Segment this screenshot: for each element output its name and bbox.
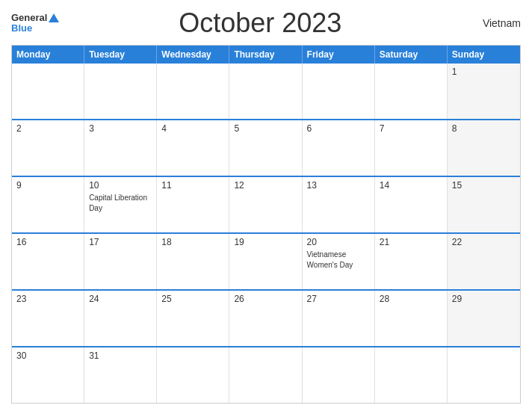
- calendar-cell: 2: [12, 120, 84, 176]
- day-number: 11: [161, 180, 224, 191]
- day-number: 21: [380, 237, 442, 247]
- calendar-cell: 26: [229, 291, 302, 346]
- day-number: 27: [307, 294, 370, 304]
- calendar-cell: [303, 64, 375, 119]
- weekday-header: Friday: [303, 46, 375, 64]
- day-number: 14: [380, 180, 442, 191]
- day-number: 23: [16, 294, 79, 304]
- country-label: Vietnam: [461, 17, 521, 29]
- calendar-cell: [375, 347, 448, 403]
- calendar-cell: [229, 64, 302, 119]
- day-number: 19: [234, 237, 297, 247]
- day-number: 26: [234, 294, 297, 304]
- calendar-cell: 25: [157, 291, 229, 346]
- calendar-cell: 31: [84, 347, 157, 403]
- day-number: 16: [16, 237, 79, 247]
- page-header: General Blue October 2023 Vietnam: [11, 7, 521, 39]
- day-number: 8: [452, 123, 516, 134]
- calendar-cell: 28: [375, 291, 448, 346]
- calendar-cell: [12, 64, 84, 119]
- weekday-header: Thursday: [229, 46, 302, 64]
- calendar-cell: 20Vietnamese Women's Day: [303, 234, 375, 289]
- day-number: 1: [452, 67, 516, 77]
- calendar-cell: 9: [12, 177, 84, 232]
- calendar-header: MondayTuesdayWednesdayThursdayFridaySatu…: [12, 46, 520, 64]
- calendar-cell: 12: [229, 177, 302, 232]
- calendar-cell: 27: [303, 291, 375, 346]
- calendar-row: 1617181920Vietnamese Women's Day2122: [12, 232, 520, 289]
- weekday-header: Saturday: [375, 46, 448, 64]
- day-number: 22: [452, 237, 516, 247]
- day-number: 17: [89, 237, 152, 247]
- calendar-cell: 22: [448, 234, 520, 289]
- day-number: 25: [161, 294, 224, 304]
- day-number: 12: [234, 180, 297, 191]
- calendar-row: 1: [12, 64, 520, 119]
- day-number: 3: [89, 123, 152, 134]
- logo-general-text: General: [11, 13, 47, 23]
- weekday-header: Sunday: [448, 46, 520, 64]
- day-number: 20: [307, 237, 370, 247]
- calendar-row: 3031: [12, 346, 520, 403]
- calendar-row: 910Capital Liberation Day1112131415: [12, 176, 520, 232]
- calendar-cell: 8: [448, 120, 520, 176]
- calendar-cell: 4: [157, 120, 229, 176]
- weekday-header: Tuesday: [84, 46, 157, 64]
- calendar-row: 23242526272829: [12, 289, 520, 346]
- calendar-cell: [157, 347, 229, 403]
- weekday-header: Wednesday: [157, 46, 229, 64]
- day-number: 24: [89, 294, 152, 304]
- calendar-cell: 23: [12, 291, 84, 346]
- day-number: 28: [380, 294, 442, 304]
- day-number: 29: [452, 294, 516, 304]
- calendar-cell: 10Capital Liberation Day: [84, 177, 157, 232]
- day-number: 4: [161, 123, 224, 134]
- calendar-cell: 14: [375, 177, 448, 232]
- day-number: 2: [16, 123, 79, 134]
- logo: General Blue: [11, 13, 59, 34]
- logo-triangle-icon: [49, 13, 59, 22]
- logo-blue-text: Blue: [11, 23, 32, 34]
- calendar-cell: 7: [375, 120, 448, 176]
- weekday-header: Monday: [12, 46, 84, 64]
- calendar-cell: 1: [448, 64, 520, 119]
- day-number: 30: [16, 350, 79, 361]
- calendar: MondayTuesdayWednesdayThursdayFridaySatu…: [11, 45, 521, 404]
- calendar-cell: 29: [448, 291, 520, 346]
- calendar-cell: 5: [229, 120, 302, 176]
- calendar-body: 12345678910Capital Liberation Day1112131…: [12, 64, 520, 403]
- calendar-cell: [84, 64, 157, 119]
- calendar-cell: 15: [448, 177, 520, 232]
- calendar-cell: 18: [157, 234, 229, 289]
- day-number: 13: [307, 180, 370, 191]
- day-number: 15: [452, 180, 516, 191]
- day-number: 18: [161, 237, 224, 247]
- calendar-cell: [375, 64, 448, 119]
- calendar-cell: 19: [229, 234, 302, 289]
- calendar-page: General Blue October 2023 Vietnam Monday…: [0, 0, 532, 411]
- event-text: Vietnamese Women's Day: [307, 250, 353, 269]
- calendar-cell: [303, 347, 375, 403]
- calendar-cell: [157, 64, 229, 119]
- day-number: 9: [16, 180, 79, 191]
- day-number: 7: [380, 123, 442, 134]
- calendar-cell: 24: [84, 291, 157, 346]
- page-title: October 2023: [59, 7, 461, 39]
- calendar-cell: 6: [303, 120, 375, 176]
- day-number: 31: [89, 350, 152, 361]
- calendar-cell: 17: [84, 234, 157, 289]
- calendar-cell: 30: [12, 347, 84, 403]
- event-text: Capital Liberation Day: [89, 194, 147, 212]
- calendar-cell: 16: [12, 234, 84, 289]
- day-number: 10: [89, 180, 152, 191]
- calendar-cell: 11: [157, 177, 229, 232]
- calendar-row: 2345678: [12, 119, 520, 176]
- day-number: 6: [307, 123, 370, 134]
- calendar-cell: 21: [375, 234, 448, 289]
- calendar-cell: [448, 347, 520, 403]
- calendar-cell: [229, 347, 302, 403]
- calendar-cell: 3: [84, 120, 157, 176]
- day-number: 5: [234, 123, 297, 134]
- calendar-cell: 13: [303, 177, 375, 232]
